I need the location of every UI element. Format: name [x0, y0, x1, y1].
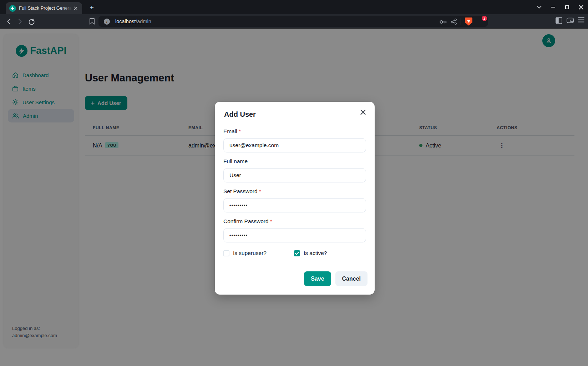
minimize-icon[interactable]: [549, 3, 557, 11]
is-superuser-label: Is superuser?: [233, 250, 267, 256]
maximize-icon[interactable]: [563, 3, 571, 11]
new-tab-button[interactable]: +: [87, 3, 96, 12]
menu-hamburger-icon[interactable]: [578, 17, 584, 24]
label-text: Set Password: [223, 188, 258, 194]
url-bar[interactable]: i localhost/admin 1: [98, 16, 488, 27]
set-password-label: Set Password*: [223, 188, 366, 195]
modal-close-icon[interactable]: [358, 107, 368, 117]
modal-title: Add User: [224, 110, 368, 119]
set-password-field-group: Set Password*: [223, 188, 366, 212]
is-superuser-checkbox-item[interactable]: Is superuser?: [223, 250, 294, 256]
label-text: Confirm Password: [223, 218, 269, 224]
toolbar-right-icons: [556, 17, 584, 24]
page-content: FastAPI Dashboard Items User Settings: [0, 29, 588, 366]
back-icon[interactable]: [4, 17, 13, 26]
sidebar-toggle-icon[interactable]: [556, 17, 562, 24]
modal-footer: Save Cancel: [223, 271, 368, 286]
label-text: Email: [223, 128, 237, 134]
url-text: localhost/admin: [115, 19, 151, 24]
full-name-label: Full name: [223, 158, 366, 165]
email-label: Email*: [223, 128, 366, 135]
is-active-label: Is active?: [304, 250, 327, 256]
confirm-password-label: Confirm Password*: [223, 218, 366, 225]
browser-titlebar: Full Stack Project Genera +: [0, 0, 588, 14]
required-mark: *: [239, 128, 241, 134]
browser-tab[interactable]: Full Stack Project Genera: [6, 2, 82, 14]
label-text: Full name: [223, 158, 248, 164]
key-icon[interactable]: [440, 19, 447, 24]
fastapi-favicon-icon: [9, 5, 16, 12]
brave-rewards-icon[interactable]: 1: [476, 18, 485, 25]
required-mark: *: [270, 218, 272, 224]
cancel-button[interactable]: Cancel: [335, 271, 368, 286]
site-info-icon[interactable]: i: [104, 19, 110, 25]
close-window-icon[interactable]: [577, 3, 585, 11]
tab-search-chevron-icon[interactable]: [535, 3, 543, 11]
required-mark: *: [259, 188, 261, 194]
url-path: /admin: [136, 19, 151, 24]
bookmark-icon[interactable]: [88, 17, 96, 26]
toolbar-divider: [461, 18, 461, 25]
tab-title: Full Stack Project Genera: [19, 5, 72, 11]
checkbox-unchecked-icon[interactable]: [223, 250, 229, 256]
brave-shield-icon[interactable]: [465, 17, 472, 26]
tab-close-icon[interactable]: [72, 5, 79, 11]
email-field[interactable]: [223, 138, 366, 152]
url-host: localhost: [115, 19, 136, 24]
checkbox-row: Is superuser? Is active?: [223, 250, 366, 256]
save-button[interactable]: Save: [304, 271, 331, 286]
reload-icon[interactable]: [27, 17, 36, 26]
full-name-field-group: Full name: [223, 158, 366, 182]
rewards-badge: 1: [482, 16, 487, 21]
window-controls: [535, 0, 585, 14]
browser-toolbar: i localhost/admin 1: [0, 14, 588, 29]
full-name-field[interactable]: [223, 168, 366, 182]
confirm-password-field[interactable]: [223, 228, 366, 242]
forward-icon[interactable]: [16, 17, 24, 26]
is-active-checkbox-item[interactable]: Is active?: [294, 250, 327, 256]
checkbox-checked-icon[interactable]: [294, 250, 300, 256]
email-field-group: Email*: [223, 128, 366, 152]
share-icon[interactable]: [451, 19, 457, 25]
urlbar-actions: 1: [440, 16, 485, 27]
add-user-modal: Add User Email* Full name Set Password* …: [215, 102, 375, 295]
confirm-password-field-group: Confirm Password*: [223, 218, 366, 242]
wallet-icon[interactable]: [567, 17, 574, 24]
set-password-field[interactable]: [223, 198, 366, 212]
